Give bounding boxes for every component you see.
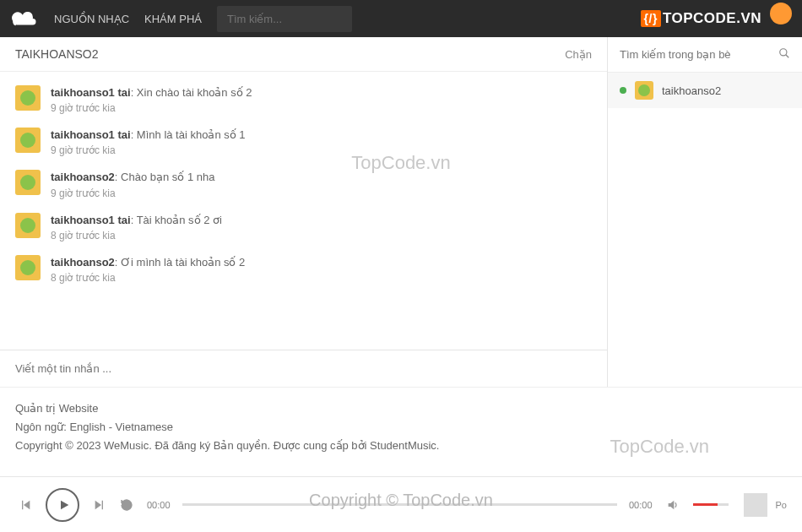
message-time: 9 giờ trước kia	[51, 144, 592, 156]
message-item: taikhoanso2: Ơi mình là tài khoản số 2 8…	[15, 248, 592, 290]
user-avatar[interactable]	[770, 3, 792, 24]
play-button[interactable]	[46, 488, 79, 522]
top-bar: NGUỒN NHẠC KHÁM PHÁ {/} TOPCODE.VN	[0, 0, 802, 37]
avatar	[635, 81, 653, 100]
time-total: 00:00	[629, 500, 653, 510]
next-button[interactable]	[91, 497, 108, 513]
avatar[interactable]	[15, 128, 41, 153]
message-user[interactable]: taikhoanso2	[51, 171, 115, 183]
provider-link[interactable]: StudentMusic	[370, 439, 436, 452]
friends-panel: taikhoanso2	[608, 37, 802, 387]
time-current: 00:00	[147, 500, 171, 510]
cloud-logo-icon[interactable]	[10, 8, 41, 29]
message-item: taikhoanso1 tai: Xin chào tài khoản số 2…	[15, 79, 592, 121]
message-time: 9 giờ trước kia	[51, 102, 592, 114]
friend-search	[608, 37, 802, 73]
compose-input[interactable]	[15, 362, 592, 375]
message-time: 9 giờ trước kia	[51, 187, 592, 199]
chat-panel: TAIKHOANSO2 Chặn taikhoanso1 tai: Xin ch…	[0, 37, 608, 387]
message-user[interactable]: taikhoanso2	[51, 256, 115, 269]
admin-link[interactable]: Quản trị Website	[15, 402, 98, 415]
message-user[interactable]: taikhoanso1 tai	[51, 86, 131, 99]
block-button[interactable]: Chặn	[565, 48, 592, 61]
brand-logo: {/} TOPCODE.VN	[641, 10, 761, 27]
message-user[interactable]: taikhoanso1 tai	[51, 214, 131, 226]
avatar[interactable]	[15, 255, 41, 280]
main-content: TAIKHOANSO2 Chặn taikhoanso1 tai: Xin ch…	[0, 37, 802, 387]
avatar[interactable]	[15, 170, 41, 195]
avatar[interactable]	[15, 213, 41, 238]
message-text: : Xin chào tài khoản số 2	[131, 86, 252, 99]
message-user[interactable]: taikhoanso1 tai	[51, 128, 131, 141]
message-item: taikhoanso1 tai: Mình là tài khoản số 1 …	[15, 121, 592, 163]
message-item: taikhoanso1 tai: Tài khoản số 2 ơi 8 giờ…	[15, 206, 592, 248]
friend-name: taikhoanso2	[662, 84, 721, 97]
brand-text: TOPCODE.VN	[663, 10, 761, 27]
repeat-button[interactable]	[118, 497, 135, 513]
message-text: : Mình là tài khoản số 1	[131, 128, 246, 141]
brand-bracket-icon: {/}	[641, 10, 661, 27]
prev-button[interactable]	[17, 497, 34, 513]
lang-vietnamese[interactable]: Vietnamese	[116, 421, 173, 433]
avatar[interactable]	[15, 85, 41, 111]
lang-english[interactable]: English	[69, 421, 106, 433]
volume-icon[interactable]	[664, 497, 681, 513]
footer: Quản trị Website Ngôn ngữ: English - Vie…	[0, 387, 802, 467]
progress-bar[interactable]	[182, 503, 617, 506]
album-art[interactable]	[744, 493, 767, 517]
friend-search-input[interactable]	[620, 48, 778, 61]
svg-point-0	[780, 49, 787, 56]
nav-music-source[interactable]: NGUỒN NHẠC	[54, 13, 129, 25]
music-player: 00:00 00:00 Po	[0, 476, 802, 532]
nav-explore[interactable]: KHÁM PHÁ	[144, 13, 202, 25]
message-item: taikhoanso2: Chào bạn số 1 nha 9 giờ trư…	[15, 163, 592, 205]
friend-item[interactable]: taikhoanso2	[608, 73, 802, 108]
message-time: 8 giờ trước kia	[51, 230, 592, 242]
message-text: : Tài khoản số 2 ơi	[131, 214, 222, 226]
lang-label: Ngôn ngữ:	[15, 421, 67, 433]
copyright-text: Copyright © 2023 WeMusic. Đã đăng ký Bản…	[15, 439, 370, 452]
message-time: 8 giờ trước kia	[51, 272, 592, 284]
message-list: taikhoanso1 tai: Xin chào tài khoản số 2…	[0, 72, 607, 350]
message-text: : Chào bạn số 1 nha	[115, 171, 215, 183]
online-status-icon	[620, 87, 626, 94]
volume-slider[interactable]	[693, 503, 729, 506]
svg-line-1	[786, 55, 789, 58]
message-text: : Ơi mình là tài khoản số 2	[115, 256, 245, 269]
chat-header: TAIKHOANSO2 Chặn	[0, 37, 607, 72]
search-input[interactable]	[217, 6, 352, 32]
player-right-text: Po	[776, 500, 790, 510]
search-icon[interactable]	[778, 47, 790, 62]
chat-title: TAIKHOANSO2	[15, 47, 99, 61]
compose-area	[0, 350, 607, 387]
